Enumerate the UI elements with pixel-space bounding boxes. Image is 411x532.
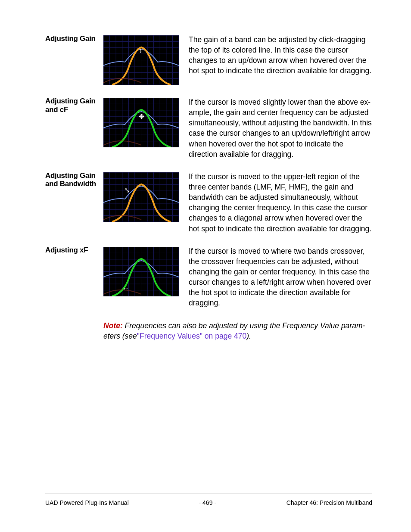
cursor-icon: ⤡	[124, 186, 130, 194]
eq-thumbnail: ↔	[103, 247, 179, 296]
cursor-icon: ✥	[139, 112, 144, 121]
section: Adjusting Gain and Bandwidth⤡If the curs…	[45, 171, 372, 234]
section-text: The gain of a band can be adjusted by cl…	[181, 34, 372, 76]
eq-thumbnail-wrapper: ↕	[103, 34, 181, 85]
section: Adjusting Gain↕The gain of a band can be…	[45, 34, 372, 85]
note-label: Note:	[103, 321, 123, 330]
page-content: Adjusting Gain↕The gain of a band can be…	[0, 0, 411, 341]
eq-thumbnail-wrapper: ✥	[103, 97, 181, 147]
footer-left: UAD Powered Plug-Ins Manual	[45, 499, 129, 506]
note-paragraph: Note: Frequencies can also be adjusted b…	[103, 320, 372, 341]
section: Adjusting xF↔If the cursor is moved to w…	[45, 246, 372, 308]
section-label: Adjusting Gain and cF	[45, 97, 103, 114]
eq-thumbnail-wrapper: ↔	[103, 246, 181, 296]
section-label: Adjusting Gain	[45, 34, 103, 43]
note-text-post: ).	[246, 332, 251, 340]
footer-right: Chapter 46: Precision Multiband	[286, 499, 372, 506]
eq-thumbnail: ↕	[103, 35, 179, 85]
footer-center: - 469 -	[199, 499, 216, 506]
eq-thumbnail: ✥	[103, 98, 179, 147]
section-text: If the cursor is moved to where two band…	[181, 246, 372, 308]
section-text: If the cursor is moved to the upper-left…	[181, 171, 372, 234]
eq-thumbnail: ⤡	[103, 172, 179, 222]
section-label: Adjusting Gain and Bandwidth	[45, 171, 103, 188]
section: Adjusting Gain and cF✥If the cursor is m…	[45, 97, 372, 159]
cursor-icon: ↕	[139, 47, 142, 54]
cursor-icon: ↔	[122, 285, 129, 292]
eq-thumbnail-wrapper: ⤡	[103, 171, 181, 222]
section-label: Adjusting xF	[45, 246, 103, 255]
frequency-values-link[interactable]: "Frequency Values" on page 470	[137, 332, 246, 340]
section-text: If the cursor is moved slightly lower th…	[181, 97, 372, 159]
page-footer: UAD Powered Plug-Ins Manual - 469 - Chap…	[45, 494, 372, 506]
